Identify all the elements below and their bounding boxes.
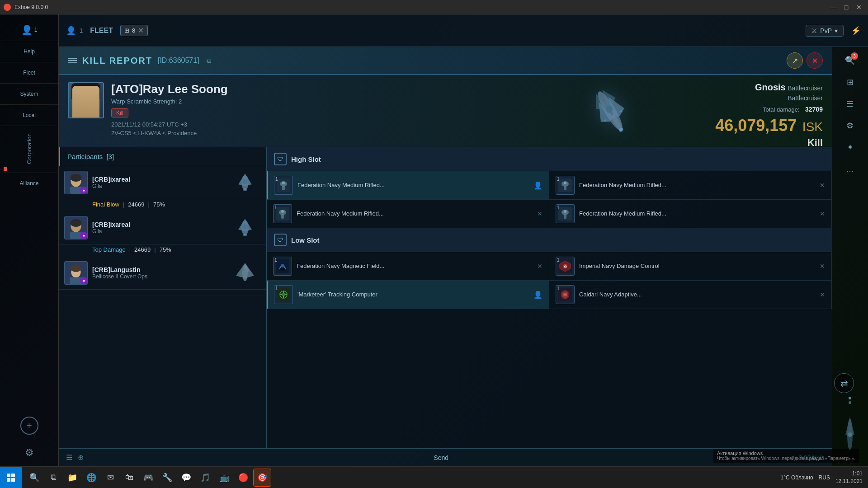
swap-icon[interactable]: ⇄ bbox=[834, 373, 854, 393]
fleet-grid-icon: ⊞ bbox=[124, 27, 129, 34]
taskbar-time: 1:01 12.11.2021 bbox=[835, 470, 863, 485]
right-icon-3[interactable]: ☰ bbox=[841, 95, 859, 113]
close-button[interactable]: ✕ bbox=[854, 3, 864, 12]
modal-header-buttons: ↗ ✕ bbox=[787, 52, 823, 69]
svg-point-54 bbox=[281, 264, 284, 267]
svg-point-62 bbox=[282, 293, 285, 296]
app-icon bbox=[4, 4, 11, 11]
send-button[interactable]: Send bbox=[434, 454, 448, 461]
modal-id: [ID:6360571] bbox=[158, 56, 199, 65]
right-icon-2[interactable]: ⊞ bbox=[841, 73, 859, 91]
taskbar-browser-edge[interactable]: 🌐 bbox=[82, 469, 100, 487]
high-slot-item-3[interactable]: 1 Federation Navy Medium Rifled... ✕ bbox=[267, 200, 549, 228]
low-slot-item-2[interactable]: 1 ⚙ Imperial Navy Damage Control ✕ bbox=[549, 252, 832, 281]
svg-rect-51 bbox=[564, 214, 566, 219]
high-slot-item-4[interactable]: 1 Federation Navy Medium Rifled... ✕ bbox=[549, 200, 832, 228]
svg-rect-47 bbox=[281, 214, 284, 219]
low-slot-item-3[interactable]: 1 'M bbox=[267, 281, 549, 309]
participant-row-1[interactable]: ★ [CRB]ixareal Gila bbox=[59, 166, 266, 199]
svg-point-36 bbox=[243, 269, 247, 273]
low-slot-icon-2: 1 ⚙ bbox=[556, 257, 575, 276]
taskbar-app-3[interactable]: 💬 bbox=[177, 469, 195, 487]
sidebar-item-fleet[interactable]: Fleet bbox=[0, 62, 58, 84]
total-damage-label: Total damage: bbox=[763, 106, 800, 113]
low-slot-shield-icon: 🛡 bbox=[274, 234, 287, 246]
pvp-toggle[interactable]: ⚔ PvP ▾ bbox=[806, 25, 844, 37]
title-bar: Exhoe 9.0.0.0 — □ ✕ bbox=[0, 0, 868, 14]
high-slot-icon-4: 1 bbox=[556, 204, 575, 223]
participant-row-2[interactable]: ★ [CRB]ixareal Gila bbox=[59, 211, 266, 244]
taskbar-search[interactable]: 🔍 bbox=[25, 469, 43, 487]
low-slot-name-2: Imperial Navy Damage Control bbox=[579, 263, 660, 270]
svg-point-2 bbox=[848, 432, 852, 437]
high-slot-close-4[interactable]: ✕ bbox=[820, 210, 825, 217]
dot-2 bbox=[849, 401, 851, 404]
low-slot-close-4[interactable]: ✕ bbox=[820, 291, 825, 298]
isk-label: ISK bbox=[802, 120, 823, 134]
taskbar-taskview[interactable]: ⧉ bbox=[44, 469, 62, 487]
participant-ship-img-2 bbox=[229, 216, 261, 239]
app-title: Exhoe 9.0.0.0 bbox=[14, 4, 48, 10]
taskbar-mail[interactable]: ✉ bbox=[101, 469, 119, 487]
low-slot-item-1[interactable]: 1 Federation Navy Magnetic Field... ✕ bbox=[267, 252, 549, 281]
bottom-icon-1[interactable]: ☰ bbox=[66, 453, 72, 462]
bottom-icon-2[interactable]: ⊕ bbox=[78, 453, 84, 462]
high-slot-item-2[interactable]: 1 Federation Navy Medium Rifled... ✕ bbox=[549, 171, 832, 200]
low-slot-close-1[interactable]: ✕ bbox=[537, 263, 542, 270]
taskbar-files[interactable]: 📁 bbox=[63, 469, 81, 487]
low-slot-close-2[interactable]: ✕ bbox=[820, 263, 825, 270]
taskbar-store[interactable]: 🛍 bbox=[120, 469, 138, 487]
participant-row-3[interactable]: ★ [CRB]Langustin Bellicose II Covert Ops bbox=[59, 257, 266, 290]
participant-ship-1: Gila bbox=[92, 183, 225, 189]
minimize-button[interactable]: — bbox=[828, 3, 839, 12]
add-button[interactable]: + bbox=[20, 417, 38, 435]
swords-icon: ⚔ bbox=[811, 27, 817, 34]
filter-icon[interactable]: ⚡ bbox=[851, 26, 861, 36]
player-avatar-image bbox=[69, 83, 103, 117]
taskbar-app-1[interactable]: 🎮 bbox=[139, 469, 157, 487]
taskbar-app-2[interactable]: 🔧 bbox=[158, 469, 176, 487]
participant-stats-1: Final Blow | 24669 | 75% bbox=[59, 199, 266, 211]
right-icon-4[interactable]: ⚙ bbox=[841, 117, 859, 135]
low-slot-icon-3: 1 bbox=[274, 285, 293, 304]
taskbar-app-4[interactable]: 🎵 bbox=[196, 469, 214, 487]
taskbar-app-7[interactable]: 🎯 bbox=[253, 469, 271, 487]
svg-point-55 bbox=[279, 268, 286, 271]
top-bar: 👤 1 FLEET ⊞ 8 ✕ ⚔ PvP ▾ ⚡ bbox=[59, 14, 868, 47]
taskbar-app-5[interactable]: 📺 bbox=[215, 469, 233, 487]
user-fleet-icon: 👤 bbox=[66, 26, 76, 36]
restore-button[interactable]: □ bbox=[841, 3, 852, 12]
modal-bottom-icons: ☰ ⊕ bbox=[66, 453, 84, 462]
high-slot-close-2[interactable]: ✕ bbox=[820, 182, 825, 189]
high-slot-item-1[interactable]: 1 Federation Navy Medium Rifled... 👤 bbox=[267, 171, 549, 200]
start-button[interactable] bbox=[0, 467, 22, 488]
right-icon-6[interactable]: … bbox=[841, 160, 859, 178]
sidebar-item-help[interactable]: Help bbox=[0, 41, 58, 62]
sidebar-item-corporation[interactable]: Corporation bbox=[0, 126, 58, 173]
low-slot-item-4[interactable]: 1 Caldari Navy Adaptive... ✕ bbox=[549, 281, 832, 309]
settings-icon[interactable]: ⚙ bbox=[20, 444, 38, 462]
export-button[interactable]: ↗ bbox=[787, 52, 803, 69]
sidebar-item-alliance[interactable]: Alliance bbox=[0, 173, 58, 194]
ship-type: Battlecruiser bbox=[788, 84, 823, 92]
taskbar-app-6[interactable]: 🔴 bbox=[234, 469, 252, 487]
sidebar-item-local[interactable]: Local bbox=[0, 105, 58, 126]
top-damage-label: Top Damage bbox=[92, 246, 126, 253]
modal-close-button[interactable]: ✕ bbox=[807, 52, 823, 69]
participant-item-3: ★ [CRB]Langustin Bellicose II Covert Ops bbox=[59, 257, 266, 290]
modal-menu-icon[interactable] bbox=[68, 58, 77, 63]
participant-name-2: [CRB]ixareal bbox=[92, 221, 225, 228]
rank-badge-1: ★ bbox=[80, 187, 87, 194]
low-slot-person-3[interactable]: 👤 bbox=[533, 291, 542, 299]
right-icon-1[interactable]: 🔍 3 bbox=[841, 52, 859, 70]
sidebar-item-user[interactable]: 👤 1 bbox=[0, 19, 58, 41]
copy-icon[interactable]: ⧉ bbox=[207, 57, 211, 65]
right-icon-5[interactable]: ✦ bbox=[841, 138, 859, 156]
fleet-count-badge[interactable]: ⊞ 8 ✕ bbox=[120, 25, 148, 36]
high-slot-person-1[interactable]: 👤 bbox=[533, 181, 542, 190]
corporation-alert-dot bbox=[4, 167, 7, 171]
high-slot-close-3[interactable]: ✕ bbox=[537, 210, 542, 217]
fleet-close-button[interactable]: ✕ bbox=[138, 26, 144, 35]
participant-item-2: ★ [CRB]ixareal Gila bbox=[59, 211, 266, 257]
sidebar-item-system[interactable]: System bbox=[0, 84, 58, 105]
